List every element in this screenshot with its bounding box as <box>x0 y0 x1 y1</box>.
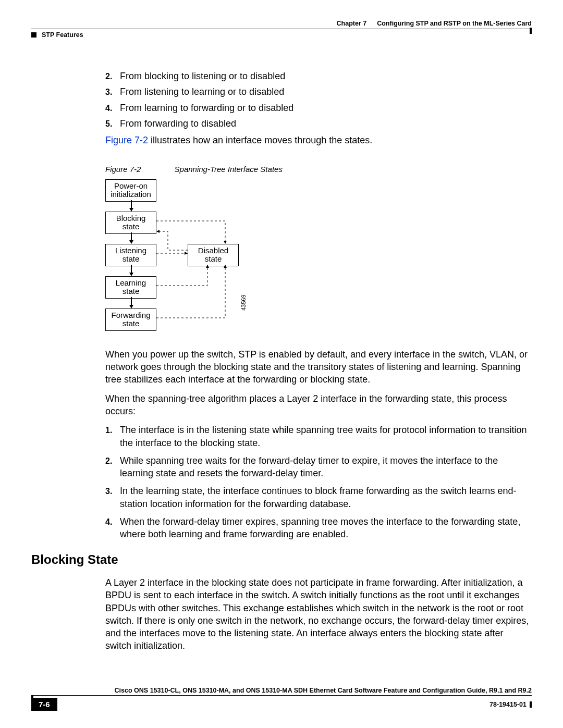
list-item: 1.The interface is in the listening stat… <box>105 424 532 449</box>
list-item: 2.While spanning tree waits for the forw… <box>105 454 532 480</box>
header-rule <box>31 29 532 29</box>
doc-number: 78-19415-01 <box>489 701 532 708</box>
list-item: 3.In the learning state, the interface c… <box>105 485 532 510</box>
box-learning: Learning state <box>105 276 156 299</box>
figure-caption: Figure 7-2 Spanning-Tree Interface State… <box>105 164 532 175</box>
page: Chapter 7 Configuring STP and RSTP on th… <box>0 0 563 728</box>
chapter-label: Chapter 7 <box>337 20 367 27</box>
section-marker-icon <box>31 32 36 38</box>
transition-list: 2.From blocking to listening or to disab… <box>105 70 532 130</box>
section-heading: Blocking State <box>31 551 532 568</box>
diagram-id: 43569 <box>240 294 248 311</box>
box-forwarding: Forwarding state <box>105 309 156 331</box>
box-disabled: Disabled state <box>188 244 239 266</box>
figure-ref-line: Figure 7-2 illustrates how an interface … <box>105 134 532 146</box>
running-header: Chapter 7 Configuring STP and RSTP on th… <box>31 20 532 27</box>
paragraph: When you power up the switch, STP is ena… <box>105 348 532 386</box>
page-number-badge: 7-6 <box>31 698 57 711</box>
figure-link[interactable]: Figure 7-2 <box>105 135 148 145</box>
list-item: 2.From blocking to listening or to disab… <box>105 70 532 82</box>
list-item: 5.From forwarding to disabled <box>105 117 532 130</box>
list-item: 4.When the forward-delay timer expires, … <box>105 515 532 541</box>
body-content: 2.From blocking to listening or to disab… <box>105 70 532 652</box>
list-item: 3.From listening to learning or to disab… <box>105 85 532 98</box>
doc-title: Cisco ONS 15310-CL, ONS 15310-MA, and ON… <box>31 687 532 696</box>
box-blocking: Blocking state <box>105 212 156 234</box>
chapter-title: Configuring STP and RSTP on the ML-Serie… <box>377 20 532 27</box>
process-list: 1.The interface is in the listening stat… <box>105 424 532 540</box>
box-power-on: Power-on initialization <box>105 179 156 202</box>
box-listening: Listening state <box>105 244 156 266</box>
list-item: 4.From learning to forwarding or to disa… <box>105 102 532 114</box>
state-diagram: Power-on initialization Blocking state L… <box>105 179 246 334</box>
paragraph: When the spanning-tree algorithm places … <box>105 392 532 418</box>
section-name: STP Features <box>42 31 83 39</box>
page-footer: Cisco ONS 15310-CL, ONS 15310-MA, and ON… <box>31 687 532 711</box>
paragraph: A Layer 2 interface in the blocking stat… <box>105 576 532 652</box>
